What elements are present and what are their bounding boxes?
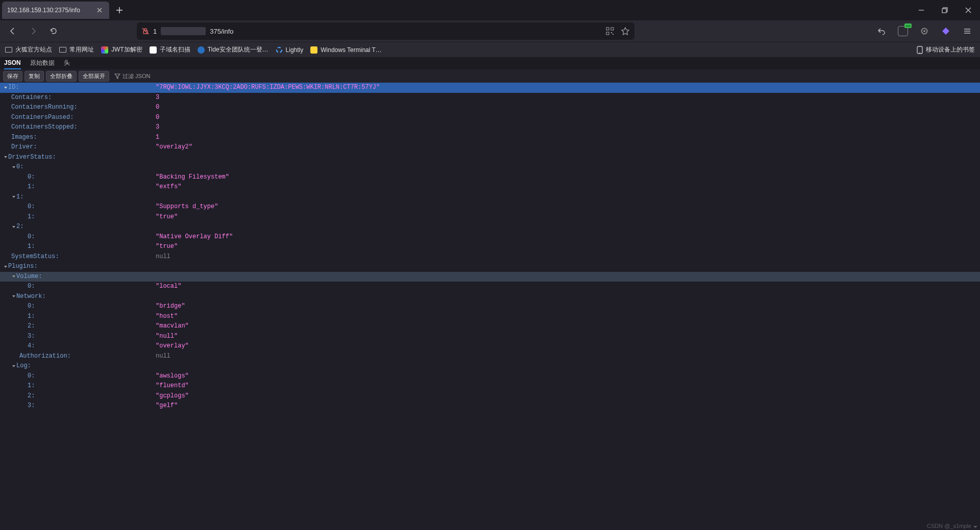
svg-rect-4 bbox=[611, 28, 614, 30]
json-row[interactable]: Network bbox=[0, 292, 980, 302]
json-row[interactable]: 0 bbox=[0, 162, 980, 172]
watermark: CSDN @_s1mple bbox=[927, 523, 978, 529]
bookmark-folder[interactable]: 常用网址 bbox=[59, 45, 94, 54]
svg-rect-1 bbox=[942, 9, 946, 13]
bookmark-item[interactable]: 子域名扫描 bbox=[150, 45, 190, 54]
bookmark-folder[interactable]: 火狐官方站点 bbox=[5, 45, 52, 54]
tab-json[interactable]: JSON bbox=[4, 59, 21, 69]
json-row[interactable]: 3"gelf" bbox=[0, 401, 980, 411]
new-tab-button[interactable] bbox=[112, 3, 127, 17]
svg-rect-6 bbox=[611, 32, 612, 33]
title-bar: 192.168.159.130:2375/info bbox=[0, 0, 980, 20]
json-row[interactable]: 0"awslogs" bbox=[0, 371, 980, 382]
bookmark-star-icon[interactable] bbox=[621, 27, 629, 35]
url-bar[interactable]: 1 375/info bbox=[137, 22, 634, 40]
folder-icon bbox=[5, 47, 12, 53]
json-row[interactable]: ID"7RQW:IOWL:JJYX:3KCQ:2ADO:RUFS:IZDA:PE… bbox=[0, 83, 980, 93]
svg-point-9 bbox=[923, 30, 925, 32]
twisty-icon[interactable] bbox=[11, 165, 16, 169]
json-row[interactable]: Authorizationnull bbox=[0, 351, 980, 362]
json-row[interactable]: 3"null" bbox=[0, 332, 980, 342]
json-row[interactable]: SystemStatusnull bbox=[0, 252, 980, 262]
twisty-icon[interactable] bbox=[11, 274, 16, 279]
extension-diamond-icon[interactable] bbox=[937, 22, 954, 40]
close-icon[interactable] bbox=[95, 6, 104, 15]
svg-point-10 bbox=[277, 47, 282, 53]
bookmarks-bar: 火狐官方站点 常用网址 JWT加解密 子域名扫描 Tide安全团队统一登… Li… bbox=[0, 42, 980, 57]
json-row[interactable]: 1"extfs" bbox=[0, 182, 980, 192]
twisty-icon[interactable] bbox=[11, 195, 16, 199]
json-row[interactable]: 1"fluentd" bbox=[0, 381, 980, 391]
tab-title: 192.168.159.130:2375/info bbox=[7, 7, 80, 14]
json-row[interactable]: 1"true" bbox=[0, 212, 980, 222]
url-redacted bbox=[161, 27, 206, 35]
copy-button[interactable]: 复制 bbox=[24, 71, 44, 82]
twisty-icon[interactable] bbox=[11, 225, 16, 229]
json-row[interactable]: 4"overlay" bbox=[0, 341, 980, 351]
bookmark-item[interactable]: Windows Terminal T… bbox=[310, 46, 382, 54]
twisty-icon[interactable] bbox=[3, 265, 8, 269]
maximize-icon[interactable] bbox=[933, 0, 957, 20]
json-row[interactable]: Volume bbox=[0, 272, 980, 282]
json-row[interactable]: ContainersRunning0 bbox=[0, 103, 980, 113]
favicon-icon bbox=[150, 46, 157, 54]
json-row[interactable]: DriverStatus bbox=[0, 153, 980, 163]
qr-code-icon[interactable] bbox=[606, 27, 614, 35]
json-viewer-actions: 保存 复制 全部折叠 全部展开 过滤 JSON bbox=[0, 69, 980, 83]
svg-rect-7 bbox=[612, 34, 614, 35]
json-row[interactable]: 0"Backing Filesystem" bbox=[0, 172, 980, 183]
json-row[interactable]: ContainersPaused0 bbox=[0, 113, 980, 123]
twisty-icon[interactable] bbox=[11, 364, 16, 368]
json-viewer-tabs: JSON 原始数据 头 bbox=[0, 57, 980, 69]
forward-button[interactable] bbox=[24, 22, 42, 40]
favicon-icon bbox=[101, 46, 108, 54]
json-row[interactable]: 1 bbox=[0, 192, 980, 203]
json-tree[interactable]: ID"7RQW:IOWL:JJYX:3KCQ:2ADO:RUFS:IZDA:PE… bbox=[0, 83, 980, 530]
json-row[interactable]: Containers3 bbox=[0, 93, 980, 103]
json-row[interactable]: Plugins bbox=[0, 262, 980, 272]
json-row[interactable]: 2"macvlan" bbox=[0, 321, 980, 332]
nav-toolbar: 1 375/info bbox=[0, 20, 980, 42]
undo-icon[interactable] bbox=[873, 22, 890, 40]
json-row[interactable]: 0"local" bbox=[0, 282, 980, 292]
favicon-icon bbox=[276, 46, 283, 54]
svg-rect-5 bbox=[606, 32, 609, 35]
json-row[interactable]: 2"gcplogs" bbox=[0, 391, 980, 401]
browser-tab-active[interactable]: 192.168.159.130:2375/info bbox=[2, 2, 109, 19]
close-window-icon[interactable] bbox=[957, 0, 980, 20]
terminal-icon bbox=[310, 46, 317, 54]
collapse-all-button[interactable]: 全部折叠 bbox=[46, 71, 77, 82]
save-button[interactable]: 保存 bbox=[3, 71, 22, 82]
filter-json[interactable]: 过滤 JSON bbox=[114, 72, 150, 80]
bookmark-item[interactable]: JWT加解密 bbox=[101, 45, 142, 54]
json-row[interactable]: 1"host" bbox=[0, 312, 980, 322]
json-row[interactable]: 2 bbox=[0, 222, 980, 232]
insecure-lock-icon bbox=[142, 28, 149, 35]
shield-icon bbox=[198, 46, 205, 54]
json-row[interactable]: ContainersStopped3 bbox=[0, 122, 980, 133]
json-row[interactable]: 1"true" bbox=[0, 242, 980, 252]
json-row[interactable]: 0"bridge" bbox=[0, 301, 980, 312]
json-row[interactable]: 0"Native Overlay Diff" bbox=[0, 232, 980, 242]
extension-circle-icon[interactable] bbox=[916, 22, 933, 40]
reload-button[interactable] bbox=[45, 22, 62, 40]
twisty-icon[interactable] bbox=[3, 86, 8, 90]
tab-raw-data[interactable]: 原始数据 bbox=[30, 59, 55, 69]
back-button[interactable] bbox=[4, 22, 21, 40]
url-text-2: 375/info bbox=[210, 28, 233, 35]
twisty-icon[interactable] bbox=[3, 155, 8, 159]
expand-all-button[interactable]: 全部展开 bbox=[79, 71, 109, 82]
bookmark-mobile[interactable]: 移动设备上的书签 bbox=[917, 45, 975, 54]
bookmark-item[interactable]: Lightly bbox=[276, 46, 304, 54]
bookmark-item[interactable]: Tide安全团队统一登… bbox=[198, 45, 268, 54]
json-row[interactable]: 0"Supports d_type" bbox=[0, 202, 980, 212]
tab-headers[interactable]: 头 bbox=[64, 59, 70, 69]
svg-point-12 bbox=[919, 52, 920, 53]
json-row[interactable]: Driver"overlay2" bbox=[0, 142, 980, 153]
app-menu-icon[interactable] bbox=[959, 22, 976, 40]
minimize-icon[interactable] bbox=[910, 0, 933, 20]
json-row[interactable]: Images1 bbox=[0, 133, 980, 143]
json-row[interactable]: Log bbox=[0, 361, 980, 371]
extension-toggle-icon[interactable] bbox=[894, 22, 912, 40]
twisty-icon[interactable] bbox=[11, 294, 16, 298]
